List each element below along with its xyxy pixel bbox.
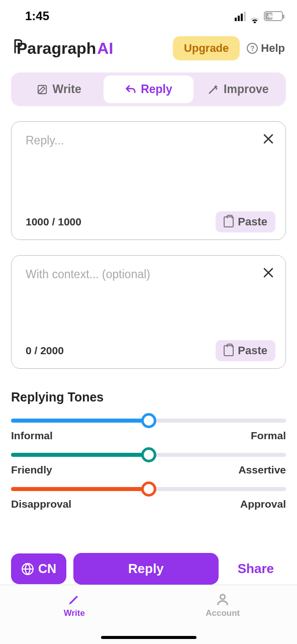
- slider-label-left: Informal: [11, 430, 53, 442]
- cellular-icon: [235, 12, 246, 21]
- pencil-icon: [67, 592, 81, 606]
- person-icon: [216, 592, 230, 606]
- help-icon: ?: [247, 43, 258, 54]
- clipboard-icon: [224, 216, 234, 227]
- svg-point-0: [254, 21, 256, 23]
- reply-arrow-icon: [125, 84, 136, 95]
- logo-text-main: Paragraph: [17, 39, 96, 58]
- slider-label-left: Friendly: [11, 464, 52, 476]
- tones-title: Replying Tones: [11, 390, 286, 405]
- nav-write[interactable]: Write: [0, 585, 149, 644]
- app-logo: Paragraph AI: [13, 39, 113, 58]
- slider-label-left: Disapproval: [11, 498, 71, 511]
- battery-icon: 4: [264, 11, 283, 21]
- edit-icon: [37, 84, 48, 95]
- wifi-icon: [249, 12, 260, 20]
- context-textarea[interactable]: With context... (optional): [26, 268, 275, 338]
- bottom-nav: Write Account: [0, 585, 297, 644]
- mode-tabs: Write Reply Improve: [11, 72, 286, 106]
- globe-icon: [21, 562, 34, 576]
- nav-account[interactable]: Account: [149, 585, 298, 644]
- tab-write-label: Write: [53, 83, 81, 96]
- language-button[interactable]: CN: [11, 553, 66, 584]
- language-label: CN: [38, 561, 56, 576]
- status-bar: 1:45 4: [0, 0, 297, 27]
- paste-context-label: Paste: [238, 344, 267, 357]
- submit-reply-button[interactable]: Reply: [73, 553, 219, 585]
- wand-icon: [208, 84, 219, 95]
- slider-approval[interactable]: Disapproval Approval: [11, 487, 286, 511]
- slider-label-right: Assertive: [238, 464, 286, 476]
- reply-input-card: Reply... 1000 / 1000 Paste: [11, 121, 286, 240]
- logo-text-ai: AI: [97, 39, 113, 58]
- slider-formality[interactable]: Informal Formal: [11, 419, 286, 442]
- tab-reply-label: Reply: [141, 83, 172, 96]
- status-time: 1:45: [25, 9, 49, 23]
- tab-reply[interactable]: Reply: [104, 75, 193, 103]
- slider-friendliness[interactable]: Friendly Assertive: [11, 453, 286, 476]
- svg-point-3: [221, 595, 225, 599]
- slider-label-right: Approval: [240, 498, 286, 511]
- tab-improve[interactable]: Improve: [193, 75, 283, 103]
- clipboard-icon: [224, 345, 234, 356]
- context-char-counter: 0 / 2000: [26, 345, 64, 357]
- nav-write-label: Write: [64, 608, 85, 618]
- share-button[interactable]: Share: [226, 553, 286, 585]
- paste-reply-button[interactable]: Paste: [216, 211, 275, 232]
- app-header: Paragraph AI Upgrade ? Help: [0, 27, 297, 70]
- svg-rect-1: [38, 85, 46, 94]
- status-indicators: 4: [235, 11, 283, 21]
- upgrade-button[interactable]: Upgrade: [173, 36, 240, 60]
- paste-context-button[interactable]: Paste: [216, 340, 275, 361]
- clear-context-button[interactable]: [262, 267, 274, 281]
- action-bar: CN Reply Share: [0, 553, 297, 585]
- tab-improve-label: Improve: [224, 83, 268, 96]
- help-button[interactable]: ? Help: [247, 42, 285, 55]
- tab-write[interactable]: Write: [14, 75, 104, 103]
- clear-reply-button[interactable]: [262, 133, 274, 147]
- help-label: Help: [261, 42, 285, 55]
- nav-account-label: Account: [206, 608, 240, 618]
- slider-label-right: Formal: [251, 430, 286, 442]
- tones-section: Replying Tones Informal Formal Friendly …: [11, 390, 286, 511]
- context-input-card: With context... (optional) 0 / 2000 Past…: [11, 255, 286, 369]
- reply-char-counter: 1000 / 1000: [26, 216, 81, 228]
- home-indicator[interactable]: [101, 636, 196, 639]
- paste-reply-label: Paste: [238, 215, 267, 228]
- reply-textarea[interactable]: Reply...: [26, 134, 275, 209]
